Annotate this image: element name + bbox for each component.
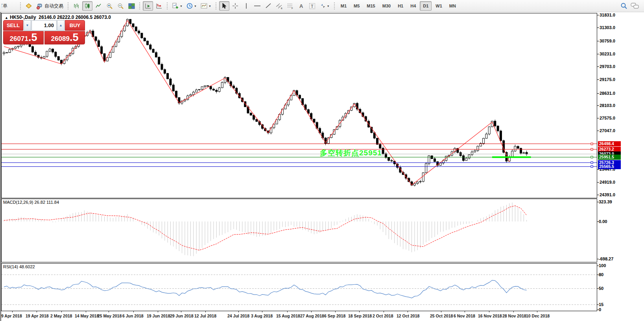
candle-body — [198, 89, 200, 90]
candle-body — [218, 88, 220, 92]
candle-body — [155, 52, 157, 57]
volume-increase-button[interactable]: ▲ — [57, 20, 65, 31]
candle-body — [299, 95, 301, 98]
support-line-2-handle[interactable] — [591, 166, 593, 168]
candle-body — [207, 86, 209, 87]
candle-body — [17, 46, 19, 47]
date-axis-label: 19 Apr 2018 — [26, 314, 49, 318]
macd-label: MACD(12,26,9) 26.82 111.84 — [3, 200, 59, 205]
candle-body — [32, 46, 34, 52]
candle-body — [3, 53, 5, 54]
buy-price-pip: .5 — [70, 31, 79, 43]
candle-body — [49, 49, 51, 51]
candle-body — [488, 127, 490, 134]
pivot-line-price-label: 25951.5 — [598, 155, 621, 160]
macd-pane — [1, 199, 597, 262]
date-axis-label: 25 Oct 2018 — [430, 314, 453, 318]
candle-body — [313, 119, 315, 122]
main-pane — [1, 13, 597, 198]
candle-body — [497, 126, 499, 131]
candle-body — [170, 79, 172, 85]
sell-price-display[interactable]: 26071.5 — [3, 31, 44, 44]
candle-body — [95, 37, 97, 41]
support-line-1-handle[interactable] — [591, 162, 593, 164]
candle-body — [465, 158, 467, 160]
resistance-line-1-price-label: 26498.4 — [598, 141, 621, 146]
candle-body — [6, 53, 8, 53]
price-axis-value: 27575.0 — [600, 116, 615, 120]
volume-input[interactable]: 1.00 — [31, 20, 57, 31]
resistance-line-2-price-label: 26273.2 — [598, 147, 621, 152]
sell-price-main: 26071 — [10, 33, 28, 45]
candle-body — [517, 146, 519, 148]
price-axis-value: 31303.0 — [600, 25, 615, 30]
candle-body — [196, 90, 197, 92]
candle-body — [422, 173, 424, 181]
candle-body — [419, 181, 421, 182]
candle-body — [15, 47, 17, 48]
price-axis-value: 24391.0 — [600, 192, 615, 197]
candle-body — [523, 153, 525, 153]
price-axis-value: 30231.0 — [600, 52, 615, 56]
candle-body — [204, 86, 206, 87]
candle-body — [152, 49, 154, 52]
date-axis-label: 27 Aug 2018 — [300, 314, 324, 318]
buy-price-display[interactable]: 26089.5 — [44, 31, 85, 44]
sell-button[interactable]: SELL — [3, 20, 23, 31]
date-axis-label: 6 Sep 2018 — [324, 314, 345, 318]
date-axis-label: 12 Jul 2018 — [194, 314, 216, 318]
candle-body — [413, 183, 415, 185]
candle-body — [190, 94, 192, 96]
price-axis-value: 27047.0 — [600, 128, 615, 133]
pivot-line-handle[interactable] — [591, 156, 593, 158]
collapse-quote-panel-icon[interactable]: ▲ — [5, 16, 8, 20]
chart-canvas[interactable] — [0, 0, 644, 321]
date-axis-label: 12 Oct 2018 — [397, 314, 419, 318]
candle-body — [57, 57, 59, 60]
candle-body — [98, 41, 100, 47]
date-axis-label: 3 Aug 2018 — [251, 314, 273, 318]
date-axis-label: 6 Jun 2018 — [122, 314, 144, 318]
date-axis-label: 29 Jun 2018 — [170, 314, 194, 318]
date-axis-label: 6 Nov 2018 — [454, 314, 475, 318]
window-left-edge — [0, 12, 1, 321]
macd-axis-value: -698.27 — [599, 256, 613, 261]
candle-body — [382, 148, 384, 154]
candle-body — [135, 27, 137, 31]
candle-body — [149, 45, 151, 49]
macd-axis-value: 0.00 — [599, 219, 607, 224]
price-axis-value: 29703.0 — [600, 64, 615, 69]
candle-body — [35, 52, 37, 55]
resistance-line-1-handle[interactable] — [591, 143, 593, 145]
resistance-line-2-handle[interactable] — [591, 148, 593, 150]
candle-body — [514, 146, 516, 151]
buy-button[interactable]: BUY — [65, 20, 85, 31]
candle-body — [425, 164, 427, 173]
rsi-axis-value: 50 — [599, 286, 603, 291]
pivot-annotation-text[interactable]: 多空转折点25951 — [320, 148, 382, 158]
support-line-2-price-label: 25565.5 — [598, 164, 621, 169]
candle-body — [304, 105, 306, 109]
candle-body — [129, 19, 131, 24]
price-axis-value: 29175.0 — [600, 77, 615, 82]
date-axis-label: 10 Dec 2018 — [526, 314, 550, 318]
candle-body — [483, 138, 485, 144]
date-axis-label: 24 Jul 2018 — [227, 314, 249, 318]
candle-body — [43, 56, 45, 58]
candle-body — [500, 131, 502, 141]
candle-body — [256, 120, 258, 122]
candle-body — [474, 151, 476, 152]
candle-body — [477, 146, 479, 151]
rsi-axis-value: 15 — [599, 302, 603, 307]
volume-decrease-button[interactable]: ▼ — [24, 20, 31, 31]
price-axis-value: 28631.0 — [600, 91, 615, 96]
candle-body — [138, 31, 140, 33]
one-click-trading-panel: SELL ▼ 1.00 ▲ BUY 26071.5 26089.5 — [3, 20, 85, 44]
candle-body — [221, 82, 223, 88]
candle-body — [158, 57, 160, 64]
macd-axis-value: 323.39 — [599, 199, 612, 204]
buy-price-main: 26089 — [51, 33, 70, 45]
candle-body — [216, 90, 218, 91]
candle-body — [526, 152, 528, 154]
candle-body — [520, 148, 522, 153]
